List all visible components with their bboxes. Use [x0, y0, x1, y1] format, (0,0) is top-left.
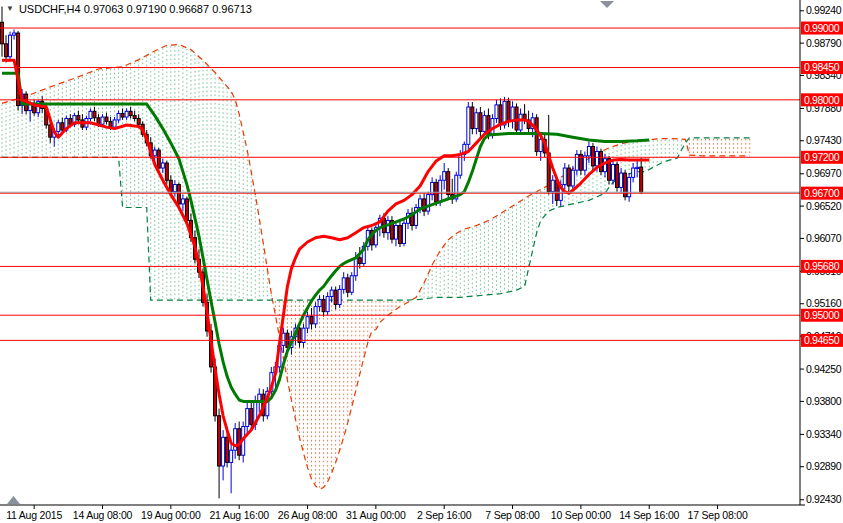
- bear-candle-body: [599, 152, 602, 172]
- bear-candle-body: [77, 116, 80, 120]
- bear-candle-body: [591, 147, 594, 166]
- bull-candle-body: [632, 168, 635, 177]
- bear-candle-body: [507, 101, 510, 121]
- price-axis-label: 0.92430: [806, 493, 842, 505]
- price-axis-label: 0.93800: [806, 395, 842, 407]
- time-axis-label: 10 Sep 00:00: [551, 509, 611, 521]
- price-axis-label: 0.96070: [806, 232, 842, 244]
- time-axis-label: 17 Sep 08:00: [688, 509, 748, 521]
- bear-candle-body: [358, 258, 361, 264]
- price-level-badge-label: 0.97200: [804, 151, 840, 163]
- bear-candle-body: [579, 154, 582, 170]
- time-axis-label: 7 Sep 08:00: [485, 509, 540, 521]
- bull-candle-body: [620, 173, 623, 187]
- price-level-badge-label: 0.96700: [804, 187, 840, 199]
- bear-candle-body: [640, 167, 643, 192]
- bull-candle-body: [282, 333, 285, 345]
- bear-candle-body: [157, 150, 160, 168]
- bull-candle-body: [230, 450, 233, 462]
- bull-candle-body: [595, 152, 598, 166]
- bear-candle-body: [616, 164, 619, 187]
- bull-candle-body: [57, 123, 60, 132]
- bull-candle-body: [636, 167, 639, 168]
- price-axis-label: 0.98790: [806, 37, 842, 49]
- price-axis-label: 0.95160: [806, 297, 842, 309]
- bull-candle-body: [575, 154, 578, 170]
- bear-candle-body: [250, 409, 253, 425]
- time-axis-label: 2 Sep 16:00: [417, 509, 472, 521]
- bull-candle-body: [326, 297, 329, 312]
- price-level-badge-label: 0.95000: [804, 309, 840, 321]
- bear-candle-body: [121, 113, 124, 117]
- price-level-badge-label: 0.94650: [804, 334, 840, 346]
- bull-candle-body: [246, 409, 249, 427]
- bull-candle-body: [394, 225, 397, 239]
- bear-candle-body: [61, 123, 64, 130]
- bull-candle-body: [117, 113, 120, 119]
- bull-candle-body: [539, 139, 542, 151]
- price-axis-label: 0.96520: [806, 200, 842, 212]
- bear-candle-body: [5, 44, 8, 57]
- bull-candle-body: [101, 117, 104, 124]
- bear-candle-body: [177, 185, 180, 204]
- bear-candle-body: [1, 22, 4, 44]
- time-axis-label: 21 Aug 16:00: [209, 509, 269, 521]
- bull-candle-body: [563, 168, 566, 185]
- bear-candle-body: [447, 172, 450, 195]
- bear-candle-body: [334, 290, 337, 304]
- bull-candle-body: [161, 163, 164, 168]
- bull-candle-body: [583, 156, 586, 170]
- bull-candle-body: [89, 111, 92, 118]
- bull-candle-body: [495, 105, 498, 119]
- price-axis-label: 0.99240: [806, 4, 842, 16]
- price-chart-canvas[interactable]: 0.992400.987900.983400.978800.974300.969…: [0, 0, 843, 523]
- bull-candle-body: [318, 299, 321, 306]
- bear-candle-body: [322, 299, 325, 311]
- bull-candle-body: [587, 147, 590, 156]
- price-axis-label: 0.94250: [806, 363, 842, 375]
- bull-candle-body: [443, 172, 446, 181]
- bear-candle-body: [479, 113, 482, 132]
- bull-candle-body: [181, 199, 184, 204]
- time-axis-label: 14 Sep 16:00: [619, 509, 679, 521]
- bear-candle-body: [218, 416, 221, 466]
- bull-candle-body: [113, 120, 116, 127]
- bull-candle-body: [612, 164, 615, 180]
- bull-candle-body: [125, 111, 128, 117]
- time-axis-label: 26 Aug 08:00: [278, 509, 338, 521]
- bull-candle-body: [13, 33, 16, 35]
- bull-candle-body: [338, 289, 341, 304]
- trading-chart-window: 0.992400.987900.983400.978800.974300.969…: [0, 0, 843, 523]
- bear-candle-body: [226, 437, 229, 462]
- chevron-down-icon[interactable]: ▼: [6, 5, 14, 13]
- price-axis-label: 0.96970: [806, 167, 842, 179]
- price-level-badge-label: 0.98000: [804, 94, 840, 106]
- symbol-ohlc-label: USDCHF,H4 0.97063 0.97190 0.96687 0.9671…: [19, 3, 252, 15]
- bear-candle-body: [346, 278, 349, 292]
- bull-candle-body: [439, 180, 442, 202]
- bull-candle-body: [222, 437, 225, 466]
- bull-candle-body: [330, 290, 333, 296]
- bear-candle-body: [398, 225, 401, 243]
- bull-candle-body: [419, 199, 422, 208]
- bear-candle-body: [499, 105, 502, 125]
- time-axis-label: 14 Aug 08:00: [73, 509, 133, 521]
- bear-candle-body: [567, 168, 570, 186]
- bear-candle-body: [105, 117, 108, 121]
- bear-candle-body: [471, 107, 474, 129]
- price-axis-label: 0.97430: [806, 134, 842, 146]
- bear-candle-body: [165, 163, 168, 180]
- bear-candle-body: [310, 317, 313, 324]
- chart-background: [0, 0, 843, 523]
- bear-candle-body: [133, 116, 136, 119]
- bull-candle-body: [306, 317, 309, 328]
- price-level-badge-label: 0.99000: [804, 22, 840, 34]
- bull-candle-body: [173, 185, 176, 192]
- bull-candle-body: [9, 35, 12, 57]
- bull-candle-body: [342, 278, 345, 289]
- bull-candle-body: [350, 276, 353, 293]
- price-axis-label: 0.93340: [806, 428, 842, 440]
- time-axis-label: 19 Aug 00:00: [141, 509, 201, 521]
- bull-candle-body: [483, 116, 486, 132]
- bull-candle-body: [475, 113, 478, 129]
